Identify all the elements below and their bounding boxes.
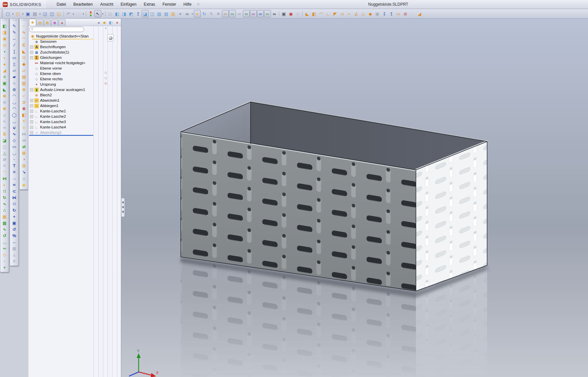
mittellinie[interactable]: ¦ [10,48,18,55]
tree-item[interactable]: ◇ Ebene vorne [28,66,94,71]
ansicht-trimetrisch[interactable]: ▧ [156,10,163,17]
blech-aufsatz[interactable]: ▤ [20,74,28,80]
formschraege[interactable]: ◣ [0,86,9,93]
entfalten-gesperrt[interactable]: ⊗ [20,105,28,112]
skalieren-skizze[interactable]: % [10,232,18,239]
rotierter-schnitt[interactable]: ◎ [0,42,9,48]
toolbar-icon[interactable]: ▾ [82,10,85,17]
drucken[interactable]: ▤ [31,10,38,17]
spiegeln-skizze[interactable]: ⋈ [10,194,18,201]
edrawings-veroeffentlichen[interactable]: ◫ [48,10,55,17]
referenzgeometrie[interactable]: ◇ [0,252,9,258]
zusammengesetzte-kurve[interactable]: ∾ [0,245,9,252]
punkte-anzeigen[interactable]: ∞ [264,10,271,17]
basisblech-lasche[interactable]: ◣ [304,10,311,17]
kopieren-skizze[interactable]: ▣ [10,220,18,226]
configurationmanager-tab[interactable]: ⊞ [44,19,51,26]
toolbar-icon[interactable]: ▾ [38,10,41,17]
menu-item[interactable]: Ansicht [97,1,117,8]
3d-skizze[interactable]: ✎ [10,29,18,35]
wiederherstellen[interactable]: ↷ [75,10,82,17]
panel-splitter-handle[interactable] [121,198,125,217]
gehrungslasche[interactable]: C [20,42,28,48]
falz[interactable]: ⌐ [346,10,353,17]
projizierte-kurve[interactable]: ◡ [0,239,9,245]
elemente-uebernehmen[interactable]: ⊂ [10,188,18,194]
beschriftungen-anzeigen[interactable]: ∞ [257,10,264,17]
falz[interactable]: ⊃ [20,99,28,105]
geschlossene-ecke[interactable]: ◆ [367,10,374,17]
skizzenbild[interactable]: ▦ [10,245,18,252]
filter-input[interactable] [34,27,82,31]
menu-item[interactable]: Extras [140,1,158,8]
ausgeformter-aufsatz[interactable]: ◖ [0,48,9,55]
rollback-bar[interactable] [29,135,93,136]
toolbar-icon[interactable]: ▾ [21,10,24,17]
expand-toggle-icon[interactable]: + [30,99,33,102]
dimxpertmanager-tab[interactable]: ⊕ [51,19,58,26]
ansicht-normal-auf[interactable]: ↥ [135,10,142,17]
tabellengesteuertes-muster[interactable]: ▦ [0,213,9,220]
achsen-anzeigen[interactable]: ∞ [229,10,236,17]
expand-toggle-icon[interactable]: + [30,110,33,113]
expand-toggle-icon[interactable]: + [30,120,33,123]
neu-aufbauen-ampel[interactable] [87,10,94,17]
3punkt-eckenrechteck[interactable]: ▱ [10,67,18,74]
geschlossene-ecke[interactable]: ◧ [20,112,28,118]
abwickeln[interactable]: ↧ [381,10,388,17]
menu-item[interactable]: Einfügen [117,1,140,8]
mittelpunktbogen[interactable]: ◠ [10,93,18,99]
ansicht-verschieben[interactable]: + [177,10,184,17]
quick-tip-flag-icon[interactable]: ⚐ [197,2,200,7]
ansicht-hinten[interactable]: ◨ [121,10,128,17]
dokument-oeffnen[interactable]: ◰ [14,10,21,17]
verschieben-kopieren[interactable]: ⇄ [0,156,9,163]
neu-aufbauen-zeitsteuerung[interactable]: ◔ [20,156,28,163]
tree-item[interactable]: + ▱ Abwicklung1 [28,130,94,135]
falten[interactable]: ⋊ [20,137,28,144]
aufnahme[interactable]: ◉ [287,10,294,17]
tree-item[interactable]: ◇ Ebene rechts [28,76,94,82]
text[interactable]: T [10,163,18,169]
menu-item[interactable]: Datei [53,1,69,8]
tree-item[interactable]: + ▦ Zuschnittsliste(1) [28,50,94,55]
tree-item[interactable]: + ∟ Kante-Lasche2 [28,114,94,119]
baum-anzeigeoptionen-icon[interactable]: ◆ [102,20,107,25]
tree-item[interactable]: + ∟ Kante-Lasche1 [28,108,94,114]
beziehungen-anzeigen-skizze[interactable]: ⊥ [10,252,18,258]
fase[interactable]: ◢ [0,67,9,74]
trennen[interactable]: △ [0,150,9,156]
beziehungen-anzeigen[interactable]: ∞ [250,10,257,17]
ebenen-anzeigen[interactable]: ∞ [222,10,229,17]
kurve-durch-punkte[interactable]: ∿ [0,226,9,232]
masseneigenschaften[interactable]: Ω [20,163,28,169]
koordinatensystem[interactable]: + [0,264,9,271]
skizzen-anzeigen[interactable]: ∞ [243,10,250,17]
toolbar-icon[interactable] [104,10,107,17]
lineares-skizzenmuster[interactable]: ∷ [10,201,18,207]
expand-toggle-icon[interactable]: + [30,115,33,118]
strecken-skizze[interactable]: ↔ [10,239,18,245]
schnittpunkt[interactable]: ⋈ [0,175,9,182]
abwicklung-umschalten[interactable]: ▭ [395,10,402,17]
entfalten[interactable]: ⋈ [20,131,28,137]
helix-spirale[interactable]: ↺ [0,232,9,239]
ansicht-isometrisch[interactable]: ◪ [142,10,149,17]
basisblech[interactable]: ∿ [20,29,28,35]
tree-item[interactable]: ◉ Sensoren [28,39,94,44]
tree-root-item[interactable]: ◆ Nuggetskiste (Standard<<Stan [28,33,94,39]
trimmen[interactable]: ✕ [10,169,18,175]
ausgeformte-biegung[interactable]: ◠ [318,10,325,17]
kreis[interactable]: ○ [10,80,18,86]
auswahl-pfeil[interactable]: ↖ [94,10,101,17]
skizze[interactable]: ✎ [10,23,18,29]
messen-koerper[interactable]: ↘ [20,169,28,175]
biegungen-einfuegen[interactable]: ◔ [409,10,416,17]
intelligente-bemassung[interactable]: ↔ [10,35,18,42]
rip[interactable]: ◢ [416,10,423,17]
temporaere-achsen-anzeigen[interactable]: ∞ [236,10,243,17]
bohrungsassistent[interactable]: ⊕ [0,93,9,99]
schnappschuss[interactable]: ▣ [280,10,287,17]
tree-item[interactable]: + Ursprung [28,82,94,87]
toolbar-icon[interactable] [278,10,280,17]
